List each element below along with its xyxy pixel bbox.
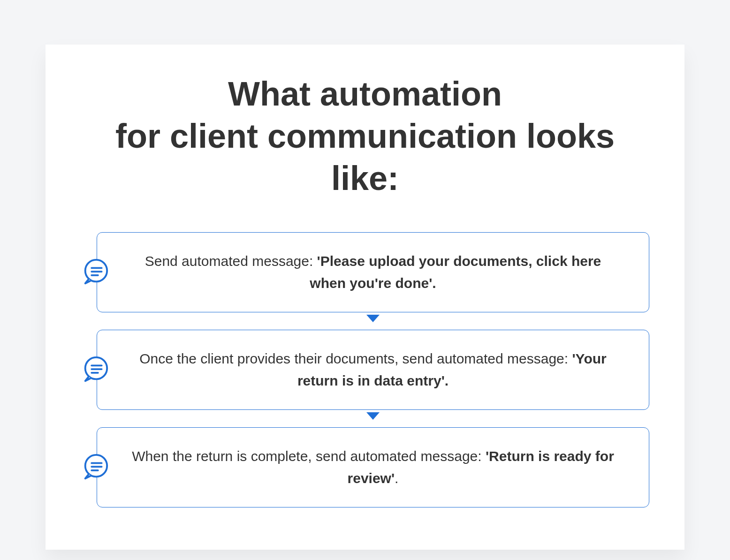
step-box: Once the client provides their documents… (97, 330, 649, 410)
chat-icon (81, 356, 110, 385)
step-prefix: Send automated message: (145, 253, 317, 269)
step-row: Once the client provides their documents… (81, 330, 649, 410)
arrow-down-icon (366, 412, 380, 420)
step-row: When the return is complete, send automa… (81, 427, 649, 507)
step-prefix: When the return is complete, send automa… (132, 448, 486, 464)
step-row: Send automated message: 'Please upload y… (81, 232, 649, 312)
step-box: Send automated message: 'Please upload y… (97, 232, 649, 312)
step-bold: 'Please upload your documents, click her… (310, 253, 601, 291)
flow-arrow (97, 410, 649, 427)
chat-icon (81, 258, 110, 287)
title-line-2: for client communication looks like: (115, 117, 615, 197)
card-title: What automation for client communication… (81, 73, 649, 199)
flow-arrow (97, 312, 649, 330)
step-prefix: Once the client provides their documents… (139, 351, 572, 366)
title-line-1: What automation (228, 75, 502, 113)
step-suffix: . (395, 470, 398, 486)
arrow-down-icon (366, 315, 380, 322)
info-card: What automation for client communication… (46, 45, 684, 550)
step-box: When the return is complete, send automa… (97, 427, 649, 507)
chat-icon (81, 453, 110, 482)
steps-flow: Send automated message: 'Please upload y… (81, 232, 649, 507)
